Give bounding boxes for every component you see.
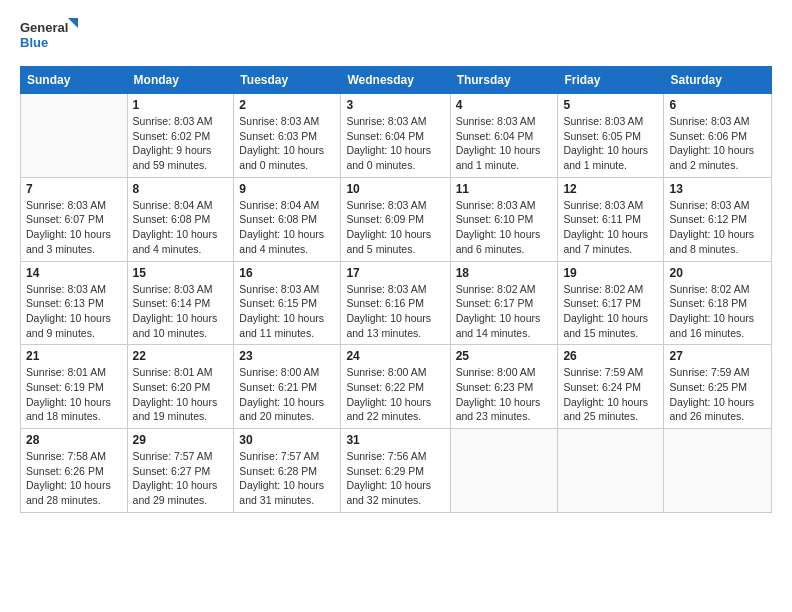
calendar-cell: 27Sunrise: 7:59 AMSunset: 6:25 PMDayligh… [664,345,772,429]
calendar-cell: 5Sunrise: 8:03 AMSunset: 6:05 PMDaylight… [558,94,664,178]
calendar-cell: 26Sunrise: 7:59 AMSunset: 6:24 PMDayligh… [558,345,664,429]
calendar-cell: 29Sunrise: 7:57 AMSunset: 6:27 PMDayligh… [127,429,234,513]
calendar-cell: 1Sunrise: 8:03 AMSunset: 6:02 PMDaylight… [127,94,234,178]
calendar-cell: 21Sunrise: 8:01 AMSunset: 6:19 PMDayligh… [21,345,128,429]
calendar-table: SundayMondayTuesdayWednesdayThursdayFrid… [20,66,772,513]
day-number: 11 [456,182,553,196]
day-number: 3 [346,98,444,112]
day-info: Sunrise: 8:02 AMSunset: 6:17 PMDaylight:… [456,282,553,341]
day-number: 26 [563,349,658,363]
calendar-cell: 30Sunrise: 7:57 AMSunset: 6:28 PMDayligh… [234,429,341,513]
calendar-cell: 24Sunrise: 8:00 AMSunset: 6:22 PMDayligh… [341,345,450,429]
day-number: 10 [346,182,444,196]
calendar-cell: 28Sunrise: 7:58 AMSunset: 6:26 PMDayligh… [21,429,128,513]
calendar-cell: 14Sunrise: 8:03 AMSunset: 6:13 PMDayligh… [21,261,128,345]
svg-marker-2 [68,18,78,28]
calendar-cell: 31Sunrise: 7:56 AMSunset: 6:29 PMDayligh… [341,429,450,513]
day-info: Sunrise: 8:03 AMSunset: 6:13 PMDaylight:… [26,282,122,341]
day-info: Sunrise: 8:00 AMSunset: 6:23 PMDaylight:… [456,365,553,424]
day-number: 20 [669,266,766,280]
day-number: 14 [26,266,122,280]
day-info: Sunrise: 8:03 AMSunset: 6:07 PMDaylight:… [26,198,122,257]
day-info: Sunrise: 8:02 AMSunset: 6:17 PMDaylight:… [563,282,658,341]
calendar-cell [664,429,772,513]
day-number: 5 [563,98,658,112]
day-number: 15 [133,266,229,280]
day-number: 4 [456,98,553,112]
day-number: 29 [133,433,229,447]
day-info: Sunrise: 8:03 AMSunset: 6:04 PMDaylight:… [456,114,553,173]
day-number: 16 [239,266,335,280]
day-info: Sunrise: 8:04 AMSunset: 6:08 PMDaylight:… [239,198,335,257]
calendar-cell: 9Sunrise: 8:04 AMSunset: 6:08 PMDaylight… [234,177,341,261]
calendar-cell: 3Sunrise: 8:03 AMSunset: 6:04 PMDaylight… [341,94,450,178]
logo: General Blue [20,16,80,56]
day-number: 12 [563,182,658,196]
day-info: Sunrise: 8:03 AMSunset: 6:09 PMDaylight:… [346,198,444,257]
calendar-cell: 19Sunrise: 8:02 AMSunset: 6:17 PMDayligh… [558,261,664,345]
calendar-week-row: 1Sunrise: 8:03 AMSunset: 6:02 PMDaylight… [21,94,772,178]
weekday-header-friday: Friday [558,67,664,94]
day-number: 21 [26,349,122,363]
day-number: 19 [563,266,658,280]
day-number: 25 [456,349,553,363]
day-info: Sunrise: 8:00 AMSunset: 6:21 PMDaylight:… [239,365,335,424]
calendar-cell: 17Sunrise: 8:03 AMSunset: 6:16 PMDayligh… [341,261,450,345]
calendar-cell: 20Sunrise: 8:02 AMSunset: 6:18 PMDayligh… [664,261,772,345]
day-info: Sunrise: 7:56 AMSunset: 6:29 PMDaylight:… [346,449,444,508]
calendar-cell: 6Sunrise: 8:03 AMSunset: 6:06 PMDaylight… [664,94,772,178]
calendar-cell: 18Sunrise: 8:02 AMSunset: 6:17 PMDayligh… [450,261,558,345]
day-number: 9 [239,182,335,196]
calendar-cell: 22Sunrise: 8:01 AMSunset: 6:20 PMDayligh… [127,345,234,429]
calendar-week-row: 21Sunrise: 8:01 AMSunset: 6:19 PMDayligh… [21,345,772,429]
day-number: 13 [669,182,766,196]
day-number: 31 [346,433,444,447]
day-number: 2 [239,98,335,112]
day-info: Sunrise: 8:04 AMSunset: 6:08 PMDaylight:… [133,198,229,257]
day-number: 24 [346,349,444,363]
day-info: Sunrise: 7:59 AMSunset: 6:24 PMDaylight:… [563,365,658,424]
svg-text:Blue: Blue [20,35,48,50]
weekday-header-wednesday: Wednesday [341,67,450,94]
calendar-cell: 10Sunrise: 8:03 AMSunset: 6:09 PMDayligh… [341,177,450,261]
weekday-header-saturday: Saturday [664,67,772,94]
day-number: 6 [669,98,766,112]
calendar-cell [21,94,128,178]
calendar-cell: 2Sunrise: 8:03 AMSunset: 6:03 PMDaylight… [234,94,341,178]
header: General Blue [20,16,772,56]
day-info: Sunrise: 8:03 AMSunset: 6:04 PMDaylight:… [346,114,444,173]
calendar-cell: 23Sunrise: 8:00 AMSunset: 6:21 PMDayligh… [234,345,341,429]
calendar-cell: 8Sunrise: 8:04 AMSunset: 6:08 PMDaylight… [127,177,234,261]
day-number: 22 [133,349,229,363]
calendar-cell: 25Sunrise: 8:00 AMSunset: 6:23 PMDayligh… [450,345,558,429]
day-number: 7 [26,182,122,196]
weekday-header-tuesday: Tuesday [234,67,341,94]
weekday-header-monday: Monday [127,67,234,94]
day-info: Sunrise: 8:03 AMSunset: 6:03 PMDaylight:… [239,114,335,173]
calendar-cell [558,429,664,513]
calendar-cell: 12Sunrise: 8:03 AMSunset: 6:11 PMDayligh… [558,177,664,261]
day-info: Sunrise: 8:03 AMSunset: 6:02 PMDaylight:… [133,114,229,173]
day-info: Sunrise: 8:03 AMSunset: 6:10 PMDaylight:… [456,198,553,257]
day-number: 8 [133,182,229,196]
day-info: Sunrise: 8:03 AMSunset: 6:12 PMDaylight:… [669,198,766,257]
day-number: 30 [239,433,335,447]
day-number: 18 [456,266,553,280]
calendar-cell: 15Sunrise: 8:03 AMSunset: 6:14 PMDayligh… [127,261,234,345]
logo-svg: General Blue [20,16,80,56]
calendar-cell: 16Sunrise: 8:03 AMSunset: 6:15 PMDayligh… [234,261,341,345]
day-info: Sunrise: 8:03 AMSunset: 6:16 PMDaylight:… [346,282,444,341]
day-number: 17 [346,266,444,280]
day-info: Sunrise: 7:57 AMSunset: 6:28 PMDaylight:… [239,449,335,508]
calendar-week-row: 28Sunrise: 7:58 AMSunset: 6:26 PMDayligh… [21,429,772,513]
day-info: Sunrise: 8:03 AMSunset: 6:05 PMDaylight:… [563,114,658,173]
day-info: Sunrise: 8:01 AMSunset: 6:20 PMDaylight:… [133,365,229,424]
day-number: 27 [669,349,766,363]
day-info: Sunrise: 8:02 AMSunset: 6:18 PMDaylight:… [669,282,766,341]
calendar-cell: 7Sunrise: 8:03 AMSunset: 6:07 PMDaylight… [21,177,128,261]
calendar-cell: 13Sunrise: 8:03 AMSunset: 6:12 PMDayligh… [664,177,772,261]
calendar-cell: 11Sunrise: 8:03 AMSunset: 6:10 PMDayligh… [450,177,558,261]
calendar-week-row: 7Sunrise: 8:03 AMSunset: 6:07 PMDaylight… [21,177,772,261]
calendar-week-row: 14Sunrise: 8:03 AMSunset: 6:13 PMDayligh… [21,261,772,345]
day-info: Sunrise: 8:03 AMSunset: 6:15 PMDaylight:… [239,282,335,341]
